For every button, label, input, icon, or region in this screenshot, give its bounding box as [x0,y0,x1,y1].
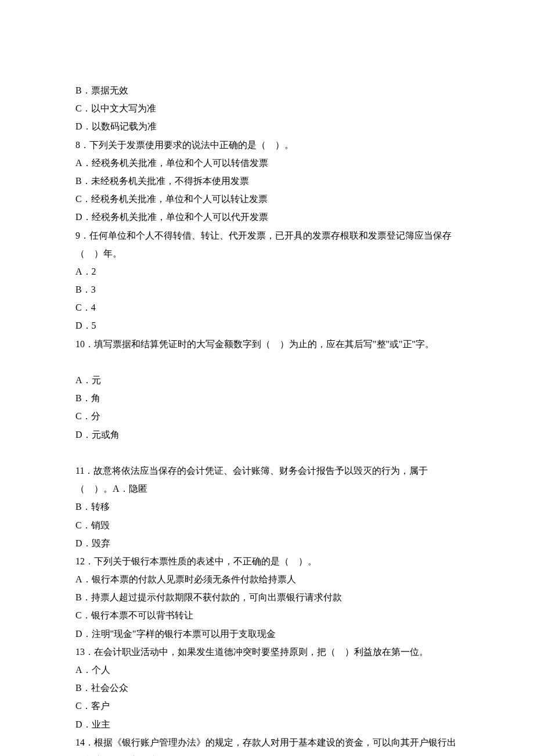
text-line: A．个人 [75,661,459,679]
document-page: B．票据无效C．以中文大写为准D．以数码记载为准8．下列关于发票使用要求的说法中… [0,0,534,756]
text-line: C．银行本票不可以背书转让 [75,606,459,624]
text-line: B．未经税务机关批准，不得拆本使用发票 [75,172,459,190]
text-line: C．销毁 [75,516,459,534]
text-line: 13．在会计职业活动中，如果发生道德冲突时要坚持原则，把（ ）利益放在第一位。 [75,643,459,661]
text-line: A．元 [75,371,459,389]
text-line: B．3 [75,280,459,298]
text-line: C．经税务机关批准，单位和个人可以转让发票 [75,190,459,208]
text-line: A．2 [75,262,459,280]
text-line: B．角 [75,389,459,407]
text-line [75,444,459,462]
text-line: D．元或角 [75,426,459,444]
text-line: 12．下列关于银行本票性质的表述中，不正确的是（ ）。 [75,552,459,570]
text-line: 9．任何单位和个人不得转借、转让、代开发票，已开具的发票存根联和发票登记簿应当保… [75,226,459,262]
question-content: B．票据无效C．以中文大写为准D．以数码记载为准8．下列关于发票使用要求的说法中… [75,81,459,756]
text-line: D．注明"现金"字样的银行本票可以用于支取现金 [75,625,459,643]
text-line: 11．故意将依法应当保存的会计凭证、会计账簿、财务会计报告予以毁灭的行为，属于（… [75,462,459,498]
text-line: B．票据无效 [75,81,459,99]
text-line: C．4 [75,298,459,316]
text-line: 10．填写票据和结算凭证时的大写金额数字到（ ）为止的，应在其后写"整"或"正"… [75,335,459,353]
text-line [75,353,459,371]
text-line: 8．下列关于发票使用要求的说法中正确的是（ ）。 [75,136,459,154]
text-line: A．经税务机关批准，单位和个人可以转借发票 [75,154,459,172]
text-line: A．银行本票的付款人见票时必须无条件付款给持票人 [75,570,459,588]
text-line: C．客户 [75,697,459,715]
text-line: C．分 [75,407,459,425]
text-line: B．社会公众 [75,679,459,697]
text-line: C．以中文大写为准 [75,99,459,117]
text-line: 14．根据《银行账户管理办法》的规定，存款人对用于基本建设的资金，可以向其开户银… [75,733,459,756]
text-line: D．毁弃 [75,534,459,552]
text-line: D．业主 [75,715,459,733]
text-line: D．经税务机关批准，单位和个人可以代开发票 [75,208,459,226]
text-line: B．转移 [75,498,459,516]
text-line: D．5 [75,316,459,334]
text-line: B．持票人超过提示付款期限不获付款的，可向出票银行请求付款 [75,588,459,606]
text-line: D．以数码记载为准 [75,117,459,135]
